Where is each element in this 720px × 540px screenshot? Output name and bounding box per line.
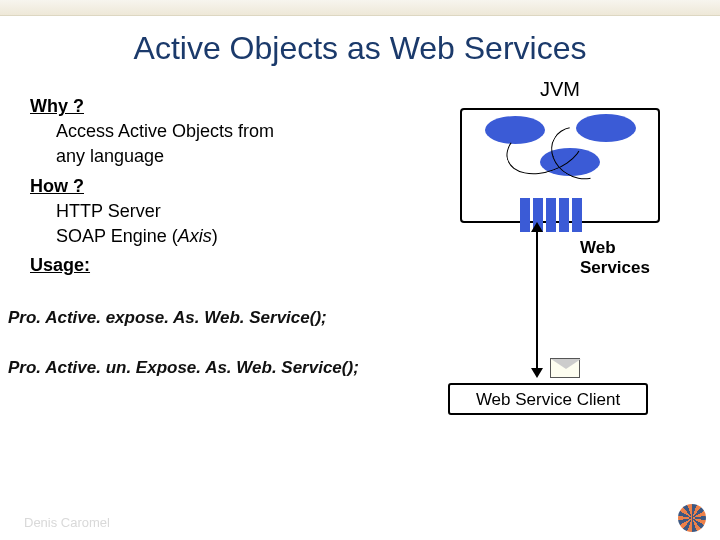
how-body-line2-italic: Axis bbox=[178, 226, 212, 246]
jvm-diagram: JVM Web Services Web Service Client bbox=[430, 78, 690, 338]
how-body-line2-suffix: ) bbox=[212, 226, 218, 246]
footer-author: Denis Caromel bbox=[24, 515, 110, 530]
code-line-2: Pro. Active. un. Expose. As. Web. Servic… bbox=[8, 358, 359, 378]
how-body-line2-prefix: SOAP Engine ( bbox=[56, 226, 178, 246]
how-heading: How ? bbox=[30, 174, 370, 199]
corner-logo-icon bbox=[678, 504, 706, 532]
bullets-column: Why ? Access Active Objects from any lan… bbox=[30, 90, 370, 278]
usage-heading: Usage: bbox=[30, 253, 370, 278]
client-box: Web Service Client bbox=[448, 383, 648, 415]
how-body-line1: HTTP Server bbox=[56, 199, 370, 224]
slide-title: Active Objects as Web Services bbox=[0, 30, 720, 67]
top-bar bbox=[0, 0, 720, 16]
why-body-line2: any language bbox=[56, 144, 370, 169]
bidirectional-arrow-icon bbox=[536, 230, 538, 370]
web-service-bars-icon bbox=[520, 198, 582, 232]
envelope-icon bbox=[550, 358, 580, 378]
why-body-line1: Access Active Objects from bbox=[56, 119, 370, 144]
why-heading: Why ? bbox=[30, 94, 370, 119]
code-line-1: Pro. Active. expose. As. Web. Service(); bbox=[8, 308, 327, 328]
jvm-label: JVM bbox=[430, 78, 690, 101]
how-body-line2: SOAP Engine (Axis) bbox=[56, 224, 370, 249]
web-services-label: Web Services bbox=[580, 238, 690, 278]
